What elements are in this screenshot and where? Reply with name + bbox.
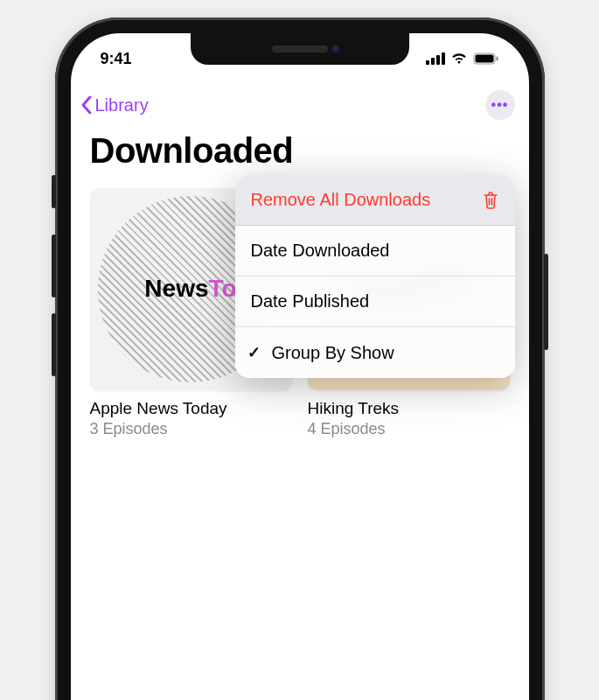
menu-item-date-downloaded[interactable]: Date Downloaded <box>235 226 515 276</box>
menu-item-label: Remove All Downloads <box>251 190 431 210</box>
more-button[interactable]: ••• <box>485 90 515 120</box>
battery-icon <box>473 52 499 65</box>
side-button <box>52 234 56 298</box>
podcast-subtitle: 4 Episodes <box>308 420 510 438</box>
content: Library ••• Downloaded NewsTo Apple News… <box>71 84 529 700</box>
cellular-icon <box>426 52 445 65</box>
menu-item-label: Date Published <box>251 291 370 312</box>
status-time: 9:41 <box>101 50 132 68</box>
podcast-title: Apple News Today <box>90 399 292 418</box>
menu-item-label: Date Downloaded <box>251 241 390 261</box>
svg-rect-2 <box>496 57 498 61</box>
notch <box>191 33 409 65</box>
menu-item-label: Group By Show <box>272 343 394 363</box>
podcast-title: Hiking Treks <box>308 399 510 418</box>
menu-item-date-published[interactable]: Date Published <box>235 276 515 327</box>
screen: 9:41 Library ••• Dow <box>71 33 529 700</box>
menu-item-remove-all[interactable]: Remove All Downloads <box>235 175 515 226</box>
side-button <box>52 313 56 376</box>
nav-bar: Library ••• <box>71 84 529 126</box>
menu-item-group-by-show[interactable]: ✓ Group By Show <box>235 327 515 378</box>
trash-icon <box>482 191 499 210</box>
side-button <box>52 175 56 208</box>
device-frame: 9:41 Library ••• Dow <box>55 18 545 700</box>
back-button[interactable]: Library <box>80 94 149 116</box>
ellipsis-icon: ••• <box>491 97 509 113</box>
svg-rect-1 <box>475 55 493 63</box>
context-menu: Remove All Downloads Date Downloaded Dat… <box>235 175 515 378</box>
back-label: Library <box>95 95 149 116</box>
podcast-subtitle: 3 Episodes <box>90 420 292 438</box>
checkmark-icon: ✓ <box>247 343 261 362</box>
wifi-icon <box>450 52 468 65</box>
side-button <box>544 254 548 350</box>
chevron-left-icon <box>80 94 94 116</box>
status-indicators <box>426 52 499 65</box>
